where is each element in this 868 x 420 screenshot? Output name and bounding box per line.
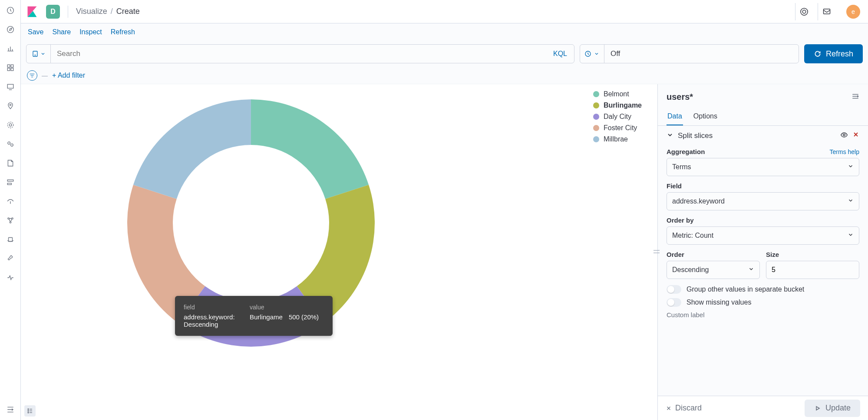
breadcrumb: Visualize / Create bbox=[76, 7, 140, 16]
svg-point-24 bbox=[28, 409, 29, 410]
saved-query-button[interactable] bbox=[26, 45, 51, 63]
filter-divider: — bbox=[42, 72, 48, 79]
sub-nav: Save Share Inspect Refresh bbox=[21, 23, 868, 41]
legend-label: Burlingame bbox=[604, 102, 642, 109]
legend-item-dalycity[interactable]: Daly City bbox=[593, 113, 642, 121]
svg-rect-4 bbox=[7, 68, 10, 71]
svg-rect-5 bbox=[11, 68, 13, 71]
orderby-select[interactable]: Metric: Count bbox=[667, 226, 859, 245]
subnav-refresh[interactable]: Refresh bbox=[111, 28, 135, 36]
time-quick-select[interactable] bbox=[580, 45, 604, 63]
tooltip-field: address.keyword: Descending bbox=[184, 312, 249, 329]
tooltip-head-field: field bbox=[184, 303, 249, 312]
bucket-section-head: Split slices bbox=[667, 126, 859, 145]
dashboard-icon[interactable] bbox=[3, 61, 17, 75]
order-label: Order bbox=[667, 251, 760, 258]
svg-rect-13 bbox=[7, 183, 11, 184]
update-button[interactable]: Update bbox=[805, 400, 860, 417]
breadcrumb-current: Create bbox=[116, 7, 140, 16]
logs-icon[interactable] bbox=[3, 156, 17, 170]
update-label: Update bbox=[825, 404, 851, 413]
size-input[interactable] bbox=[766, 261, 859, 279]
aggregation-label: Aggregation bbox=[667, 148, 705, 155]
toggle-visibility-icon[interactable] bbox=[840, 131, 848, 140]
help-icon[interactable] bbox=[795, 3, 812, 20]
resize-handle[interactable]: || bbox=[653, 249, 660, 254]
add-filter-link[interactable]: + Add filter bbox=[52, 72, 85, 79]
svg-rect-21 bbox=[823, 9, 830, 13]
show-missing-switch[interactable] bbox=[667, 298, 681, 307]
top-header: D Visualize / Create e bbox=[21, 0, 868, 23]
user-avatar[interactable]: e bbox=[846, 5, 860, 19]
chevron-down-icon bbox=[848, 197, 854, 205]
metrics-icon[interactable] bbox=[3, 137, 17, 151]
uptime-icon[interactable] bbox=[3, 194, 17, 208]
field-select[interactable]: address.keyword bbox=[667, 192, 859, 210]
legend-label: Belmont bbox=[604, 90, 629, 98]
legend-toggle-icon[interactable] bbox=[24, 405, 36, 417]
legend-dot-icon bbox=[593, 102, 599, 108]
subnav-share[interactable]: Share bbox=[52, 28, 71, 36]
svg-point-25 bbox=[28, 410, 29, 411]
recent-icon[interactable] bbox=[3, 3, 17, 17]
canvas-icon[interactable] bbox=[3, 80, 17, 94]
main-column: D Visualize / Create e Save Share Inspec… bbox=[21, 0, 868, 420]
siem-icon[interactable] bbox=[3, 213, 17, 227]
legend-item-millbrae[interactable]: Millbrae bbox=[593, 135, 642, 143]
show-missing-label: Show missing values bbox=[686, 299, 751, 306]
tab-data[interactable]: Data bbox=[667, 108, 683, 125]
aggregation-value: Terms bbox=[672, 163, 848, 171]
visualize-icon[interactable] bbox=[3, 42, 17, 56]
legend-label: Millbrae bbox=[604, 135, 628, 143]
terms-help-link[interactable]: Terms help bbox=[830, 148, 859, 155]
remove-bucket-icon[interactable] bbox=[852, 131, 859, 140]
order-value: Descending bbox=[672, 266, 748, 274]
stack-icon[interactable] bbox=[3, 233, 17, 246]
group-other-label: Group other values in separate bucket bbox=[686, 285, 804, 293]
chevron-down-icon[interactable] bbox=[667, 131, 673, 140]
svg-point-8 bbox=[9, 124, 12, 126]
legend-item-fostercity[interactable]: Foster City bbox=[593, 124, 642, 132]
chart-legend: Belmont Burlingame Daly City Foster City bbox=[593, 90, 642, 143]
time-picker[interactable]: Off bbox=[580, 44, 799, 63]
tooltip-head-value: value bbox=[250, 303, 288, 312]
nav-rail bbox=[0, 0, 21, 420]
devtools-icon[interactable] bbox=[3, 252, 17, 266]
search-input[interactable] bbox=[51, 49, 546, 58]
ml-icon[interactable] bbox=[3, 118, 17, 132]
discover-icon[interactable] bbox=[3, 23, 17, 36]
filter-bar: — + Add filter bbox=[21, 67, 868, 84]
legend-item-burlingame[interactable]: Burlingame bbox=[593, 102, 642, 109]
collapse-panel-icon[interactable] bbox=[851, 92, 859, 102]
subnav-save[interactable]: Save bbox=[28, 28, 43, 36]
collapse-icon[interactable] bbox=[3, 403, 17, 417]
space-selector[interactable]: D bbox=[46, 5, 60, 19]
panel-body: Split slices Aggregation Terms help bbox=[658, 126, 868, 396]
panel-footer: Discard Update bbox=[658, 396, 868, 420]
tab-options[interactable]: Options bbox=[693, 108, 718, 125]
newsfeed-icon[interactable] bbox=[818, 3, 835, 20]
monitoring-icon[interactable] bbox=[3, 271, 17, 285]
order-select[interactable]: Descending bbox=[667, 261, 760, 279]
breadcrumb-root[interactable]: Visualize bbox=[76, 7, 107, 16]
size-label: Size bbox=[766, 251, 859, 258]
legend-item-belmont[interactable]: Belmont bbox=[593, 90, 642, 98]
maps-icon[interactable] bbox=[3, 99, 17, 113]
svg-point-11 bbox=[10, 144, 13, 146]
field-label: Field bbox=[667, 182, 859, 190]
filter-options-icon[interactable] bbox=[27, 70, 37, 81]
discard-button[interactable]: Discard bbox=[666, 404, 702, 413]
svg-rect-2 bbox=[7, 65, 10, 67]
kql-toggle[interactable]: KQL bbox=[546, 50, 574, 58]
apm-icon[interactable] bbox=[3, 175, 17, 189]
subnav-inspect[interactable]: Inspect bbox=[79, 28, 102, 36]
aggregation-select[interactable]: Terms bbox=[667, 158, 859, 176]
svg-point-7 bbox=[10, 104, 11, 105]
index-pattern-title: users* bbox=[667, 92, 693, 102]
group-other-switch[interactable] bbox=[667, 285, 681, 294]
refresh-button[interactable]: Refresh bbox=[804, 44, 863, 63]
svg-point-9 bbox=[7, 122, 13, 128]
discard-label: Discard bbox=[675, 404, 702, 413]
kibana-logo-icon[interactable] bbox=[25, 5, 39, 19]
field-row: Field address.keyword bbox=[667, 182, 859, 210]
